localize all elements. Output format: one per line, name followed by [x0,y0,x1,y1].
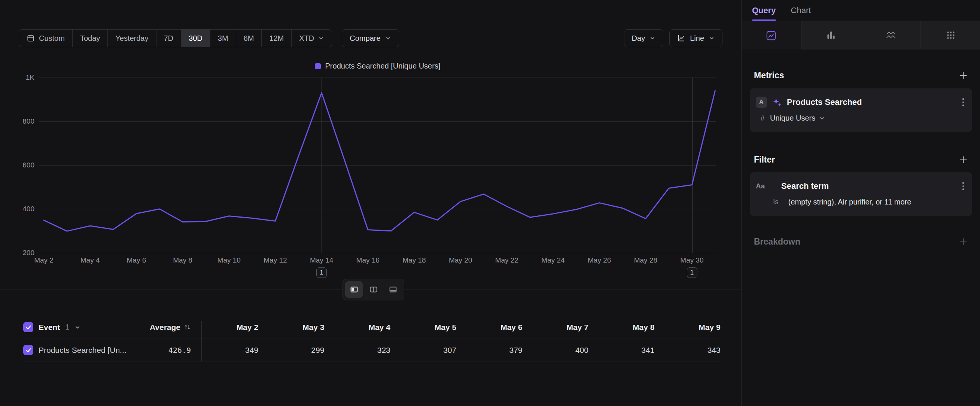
date-range-label: 7D [164,34,174,43]
x-axis-tick-label: May 16 [345,256,390,264]
x-axis-tick-label: May 26 [577,256,622,264]
x-axis-tick-label: May 30 [670,256,714,264]
date-range-label: 6M [244,34,254,43]
tab-bar-chart[interactable] [801,21,861,49]
event-name-cell: Products Searched [Un... [23,345,132,355]
filter-options-menu[interactable] [961,180,966,192]
x-axis-tick-label: May 18 [391,256,436,264]
date-range-today[interactable]: Today [72,30,107,47]
column-header-may-3[interactable]: May 3 [258,323,324,332]
event-header-label: Event [38,323,60,332]
annotation-badge[interactable]: 1 [316,267,327,278]
chart-type-button[interactable]: Line [669,29,722,47]
column-header-may-2[interactable]: May 2 [201,323,258,332]
filter-card[interactable]: Aa Search term Is (empty string), Air pu… [750,172,972,216]
add-breakdown-button[interactable] [959,237,968,247]
sort-icon [184,323,191,331]
chevron-down-icon [709,35,714,41]
layout-toggle-group [342,279,404,300]
cell-value: 307 [390,346,456,355]
date-range-6m[interactable]: 6M [236,30,262,47]
gridline [39,253,716,253]
sparkle-event-icon [772,97,782,107]
x-axis-tick-label: May 28 [623,256,668,264]
column-header-may-9[interactable]: May 9 [654,323,720,332]
line-chart-svg [39,78,716,253]
tab-query[interactable]: Query [752,0,776,21]
x-axis-tick-label: May 6 [114,256,159,264]
tab-chart-label: Chart [791,6,811,15]
compare-button[interactable]: Compare [342,29,399,47]
legend-label: Products Searched [Unique Users] [325,62,441,70]
add-metric-button[interactable] [959,71,968,80]
date-range-7d[interactable]: 7D [156,30,181,47]
tab-more-charts[interactable] [921,21,980,49]
column-header-may-7[interactable]: May 7 [523,323,589,332]
aggregation-label: Unique Users [770,114,815,123]
column-header-may-5[interactable]: May 5 [390,323,456,332]
column-header-may-6[interactable]: May 6 [456,323,522,332]
column-header-may-8[interactable]: May 8 [589,323,654,332]
chevron-down-icon [819,115,825,121]
gridline [39,165,716,166]
metric-options-menu[interactable] [961,97,966,108]
main-panel: CustomTodayYesterday7D30D3M6M12MXTD Comp… [0,0,741,406]
filter-condition[interactable]: Is (empty string), Air purifier, or 11 m… [756,198,966,206]
layout-split-left-button[interactable] [345,281,363,298]
average-header-cell[interactable]: Average [132,323,191,332]
date-range-30d[interactable]: 30D [181,30,210,47]
date-range-label: Yesterday [115,34,148,43]
layout-columns-button[interactable] [364,281,382,298]
metric-row: A Products Searched [756,97,966,108]
add-filter-button[interactable] [959,155,968,164]
filter-value: (empty string), Air purifier, or 11 more [788,198,912,206]
date-range-xtd[interactable]: XTD [291,30,332,47]
column-header-may-4[interactable]: May 4 [324,323,390,332]
filter-property-name: Search term [781,181,829,191]
event-header-cell[interactable]: Event 1 [23,322,132,332]
date-range-label: 3M [218,34,228,43]
metrics-title: Metrics [754,70,784,81]
annotation-line [692,78,692,253]
cell-value: 341 [589,346,654,355]
gridline [39,209,716,209]
metric-card[interactable]: A Products Searched # Unique Users [750,88,972,132]
chevron-down-icon [385,35,391,41]
more-chart-types-icon [945,30,956,41]
granularity-button[interactable]: Day [624,29,664,47]
x-axis-tick-label: May 4 [68,256,113,264]
date-range-custom[interactable]: Custom [19,30,72,47]
insights-line-chart-icon [765,30,777,41]
tab-retention[interactable] [861,21,921,49]
text-property-icon: Aa [756,182,767,190]
row-checkbox[interactable] [23,345,33,355]
x-axis-tick-label: May 20 [438,256,483,264]
select-all-checkbox[interactable] [23,322,33,332]
average-header-label: Average [150,323,180,332]
bar-chart-icon [826,30,837,41]
filter-row: Aa Search term [756,180,966,192]
toolbar: CustomTodayYesterday7D30D3M6M12MXTD Comp… [19,29,722,47]
date-range-12m[interactable]: 12M [261,30,291,47]
table-header-row: Event 1 Average May 2May 3May 4May 5May … [23,316,722,339]
breakdown-section-header: Breakdown [754,235,968,248]
compare-label: Compare [350,34,380,43]
granularity-label: Day [632,34,645,43]
table-row: Products Searched [Un...426.934929932330… [23,339,722,361]
x-axis-tick-label: May 2 [21,256,66,264]
tab-chart[interactable]: Chart [791,0,811,21]
breakdown-title: Breakdown [754,237,800,247]
date-range-label: XTD [299,34,314,43]
chevron-down-icon [649,35,655,41]
cell-value: 379 [456,346,522,355]
date-range-yesterday[interactable]: Yesterday [107,30,156,47]
metric-aggregation-selector[interactable]: # Unique Users [756,114,966,123]
gridline [39,78,716,78]
tab-line-chart[interactable] [741,21,801,49]
layout-bottom-panel-button[interactable] [384,281,402,298]
date-range-3m[interactable]: 3M [210,30,236,47]
date-range-label: Custom [39,34,65,43]
annotation-badge[interactable]: 1 [687,267,697,278]
date-range-group: CustomTodayYesterday7D30D3M6M12MXTD [19,29,332,47]
x-axis-tick-label: May 14 [299,256,344,264]
